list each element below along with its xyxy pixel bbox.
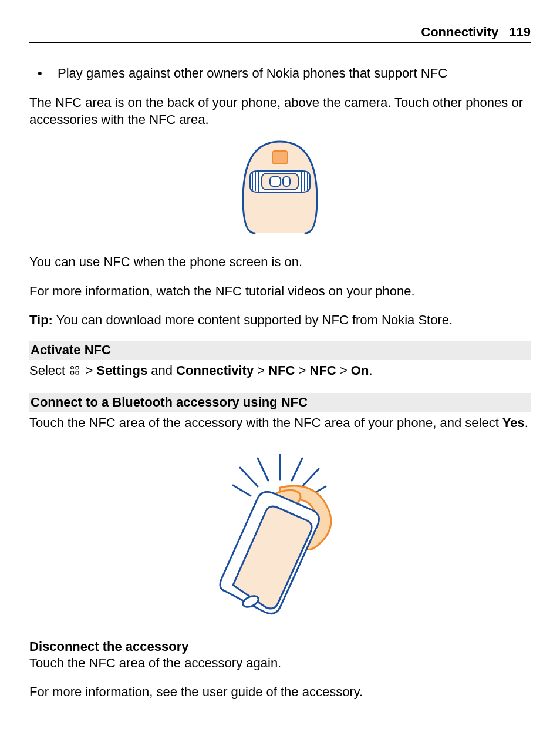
- svg-line-15: [258, 458, 268, 481]
- connect-yes: Yes: [502, 415, 525, 430]
- instr-gt: >: [299, 363, 310, 378]
- page-header: Connectivity 119: [29, 25, 531, 43]
- bullet-list: Play games against other owners of Nokia…: [29, 65, 531, 82]
- section-heading-connect-bluetooth: Connect to a Bluetooth accessory using N…: [29, 393, 531, 412]
- svg-rect-0: [272, 151, 288, 164]
- svg-rect-8: [270, 177, 281, 186]
- instr-settings: Settings: [96, 363, 147, 378]
- phone-back-illustration: [236, 140, 324, 234]
- paragraph-screen-on: You can use NFC when the phone screen is…: [29, 253, 531, 271]
- svg-line-18: [302, 469, 319, 486]
- svg-rect-12: [71, 371, 74, 374]
- instruction-connect: Touch the NFC area of the accessory with…: [29, 414, 531, 432]
- tip-text: You can download more content supported …: [53, 313, 453, 327]
- tip-paragraph: Tip: You can download more content suppo…: [29, 311, 531, 329]
- tip-label: Tip:: [29, 313, 53, 327]
- instr-gt: >: [85, 363, 96, 378]
- instruction-activate: Select > Settings and Connectivity > NFC…: [29, 362, 531, 381]
- svg-rect-11: [76, 367, 79, 370]
- svg-rect-9: [283, 177, 290, 186]
- instr-nfc: NFC: [268, 363, 295, 378]
- subheading-disconnect: Disconnect the accessory: [29, 639, 531, 654]
- instr-nfc: NFC: [310, 363, 336, 378]
- instr-connectivity: Connectivity: [176, 363, 254, 378]
- svg-point-10: [71, 367, 74, 370]
- page: Connectivity 119 Play games against othe…: [0, 0, 560, 739]
- svg-line-19: [233, 485, 251, 496]
- bullet-item: Play games against other owners of Nokia…: [29, 65, 531, 82]
- paragraph-nfc-area: The NFC area is on the back of your phon…: [29, 94, 531, 129]
- paragraph-disconnect: Touch the NFC area of the accessory agai…: [29, 654, 531, 672]
- paragraph-tutorial: For more information, watch the NFC tuto…: [29, 283, 531, 300]
- instr-period: .: [369, 363, 372, 378]
- phone-headset-illustration: [192, 444, 368, 620]
- instr-gt: >: [257, 363, 268, 378]
- instr-text-select: Select: [29, 363, 69, 378]
- svg-line-17: [292, 458, 302, 481]
- instr-and: and: [151, 363, 176, 378]
- svg-line-16: [240, 468, 258, 486]
- svg-rect-13: [76, 371, 79, 374]
- section-heading-activate-nfc: Activate NFC: [29, 341, 531, 360]
- header-page-number: 119: [509, 25, 531, 40]
- connect-text-b: .: [525, 415, 528, 430]
- connect-text-a: Touch the NFC area of the accessory with…: [29, 415, 502, 430]
- figure-phone-headset: [29, 444, 531, 623]
- paragraph-more-info: For more information, see the user guide…: [29, 683, 531, 701]
- menu-grid-icon: [70, 363, 80, 381]
- header-section: Connectivity: [421, 25, 498, 40]
- instr-on: On: [351, 363, 369, 378]
- instr-gt: >: [340, 363, 351, 378]
- figure-phone-back: [29, 140, 531, 237]
